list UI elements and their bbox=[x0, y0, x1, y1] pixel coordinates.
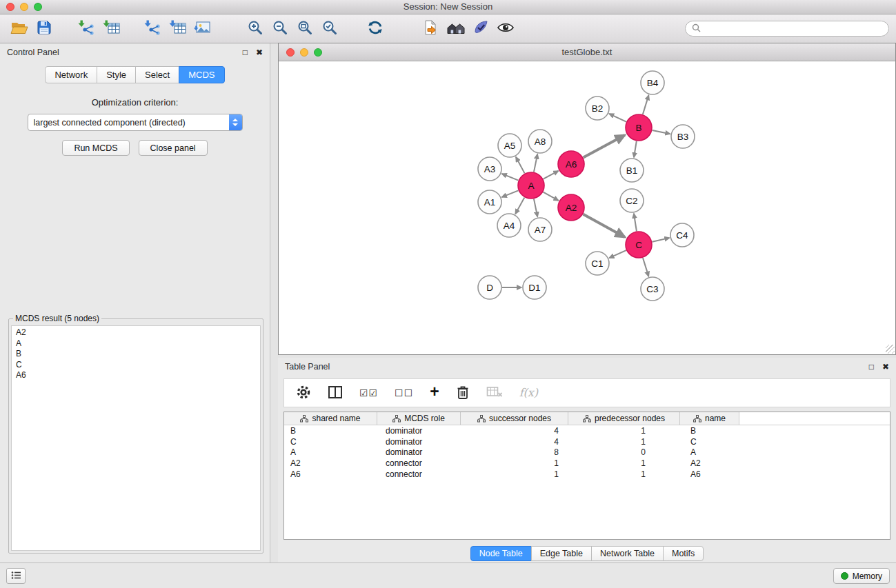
table-row[interactable]: A6connector11A6 bbox=[284, 469, 890, 480]
tab-network-table[interactable]: Network Table bbox=[591, 546, 664, 561]
network-minimize-button[interactable] bbox=[300, 48, 308, 57]
graph-edge-A-A5[interactable] bbox=[516, 157, 525, 174]
float-table-panel-icon[interactable]: □ bbox=[869, 363, 874, 371]
dropdown-stepper-icon[interactable] bbox=[229, 114, 242, 130]
show-hide-button[interactable] bbox=[493, 17, 518, 41]
tab-motifs[interactable]: Motifs bbox=[663, 546, 704, 561]
run-mcds-button[interactable]: Run MCDS bbox=[62, 140, 129, 156]
float-panel-icon[interactable]: □ bbox=[243, 48, 248, 57]
graph-edge-C-C4[interactable] bbox=[653, 238, 670, 242]
result-item[interactable]: B bbox=[12, 349, 260, 360]
zoom-fit-button[interactable] bbox=[292, 17, 317, 41]
result-item[interactable]: C bbox=[12, 360, 260, 371]
select-all-button[interactable]: ☑☑ bbox=[359, 388, 378, 398]
graph-edge-A-A6[interactable] bbox=[544, 171, 559, 179]
search-box[interactable] bbox=[685, 21, 889, 37]
column-header-mcds-role[interactable]: MCDS role bbox=[377, 412, 461, 425]
close-table-panel-icon[interactable]: ✖ bbox=[882, 363, 889, 371]
graph-edge-A6-B[interactable] bbox=[584, 135, 625, 158]
zoom-in-button[interactable] bbox=[243, 17, 268, 41]
mcds-result-list[interactable]: A2ABCA6 bbox=[11, 325, 261, 551]
search-icon bbox=[692, 23, 701, 34]
graph-edge-A-A3[interactable] bbox=[502, 174, 519, 181]
delete-table-button-disabled[interactable] bbox=[486, 385, 503, 401]
optimization-criterion-dropdown[interactable]: largest connected component (directed) bbox=[28, 114, 243, 131]
apply-style-button[interactable] bbox=[468, 17, 493, 41]
new-network-button[interactable] bbox=[141, 17, 166, 41]
graph-edge-C-C1[interactable] bbox=[609, 250, 626, 258]
deselect-all-button[interactable]: ☐☐ bbox=[395, 388, 413, 398]
import-table-button[interactable] bbox=[99, 17, 124, 41]
graph-edge-B-B3[interactable] bbox=[653, 130, 670, 134]
network-window-controls bbox=[286, 48, 322, 57]
save-session-button[interactable] bbox=[32, 17, 57, 41]
result-item[interactable]: A6 bbox=[12, 370, 260, 381]
column-header-successor-nodes[interactable]: successor nodes bbox=[461, 412, 568, 425]
column-header-predecessor-nodes[interactable]: predecessor nodes bbox=[568, 412, 680, 425]
memory-button[interactable]: Memory bbox=[833, 568, 890, 584]
tab-select[interactable]: Select bbox=[135, 66, 179, 83]
network-canvas[interactable]: AA1A2A3A4A5A6A7A8BB1B2B3B4CC1C2C3C4DD1 bbox=[279, 61, 895, 354]
network-graph[interactable]: AA1A2A3A4A5A6A7A8BB1B2B3B4CC1C2C3C4DD1 bbox=[279, 61, 895, 354]
new-table-button[interactable] bbox=[166, 17, 190, 41]
close-window-button[interactable] bbox=[6, 3, 14, 11]
attribute-type-icon bbox=[693, 415, 701, 423]
network-zoom-button[interactable] bbox=[314, 48, 322, 57]
graph-node-label-A: A bbox=[528, 181, 534, 191]
close-panel-icon[interactable]: ✖ bbox=[256, 48, 263, 57]
graph-edge-C-C2[interactable] bbox=[634, 214, 637, 231]
tab-node-table[interactable]: Node Table bbox=[470, 546, 532, 561]
column-header-name[interactable]: name bbox=[680, 412, 739, 425]
table-cell: 4 bbox=[461, 437, 568, 447]
minimize-window-button[interactable] bbox=[20, 3, 28, 11]
add-column-button[interactable]: + bbox=[430, 384, 439, 400]
export-image-button[interactable] bbox=[190, 17, 215, 41]
home-button[interactable] bbox=[444, 17, 468, 41]
function-builder-button-disabled[interactable]: f(x) bbox=[519, 387, 538, 398]
graph-edge-A-A2[interactable] bbox=[544, 192, 559, 201]
open-session-button[interactable] bbox=[7, 17, 32, 41]
delete-column-button[interactable] bbox=[456, 385, 470, 401]
zoom-out-button[interactable] bbox=[268, 17, 292, 41]
refresh-view-button[interactable] bbox=[363, 17, 388, 41]
tab-style[interactable]: Style bbox=[97, 66, 136, 83]
table-row[interactable]: Bdominator41B bbox=[284, 425, 890, 436]
graphics-details-button[interactable] bbox=[419, 17, 444, 41]
graph-edge-B-B4[interactable] bbox=[643, 95, 649, 114]
graph-edge-A-A7[interactable] bbox=[534, 199, 537, 217]
graph-node-label-A1: A1 bbox=[484, 197, 496, 207]
close-panel-button[interactable]: Close panel bbox=[139, 140, 208, 156]
table-cell: 1 bbox=[461, 469, 568, 479]
window-titlebar: Session: New Session bbox=[0, 0, 896, 14]
table-settings-button[interactable] bbox=[296, 385, 311, 401]
graph-edge-B-B1[interactable] bbox=[634, 141, 637, 157]
window-resize-grip[interactable] bbox=[886, 345, 895, 354]
import-table-icon bbox=[103, 19, 121, 38]
tab-network[interactable]: Network bbox=[45, 66, 97, 83]
export-image-icon bbox=[194, 19, 212, 38]
graph-edge-A2-C[interactable] bbox=[584, 214, 625, 237]
network-window-titlebar[interactable]: testGlobe.txt bbox=[279, 43, 895, 61]
graph-edge-A-A4[interactable] bbox=[515, 198, 524, 214]
column-header-shared-name[interactable]: shared name bbox=[284, 412, 377, 425]
search-input[interactable] bbox=[704, 24, 882, 34]
table-row[interactable]: Cdominator41C bbox=[284, 436, 890, 447]
network-close-button[interactable] bbox=[286, 48, 295, 57]
tab-edge-table[interactable]: Edge Table bbox=[531, 546, 592, 561]
zoom-selected-button[interactable] bbox=[317, 17, 342, 41]
graph-node-label-C1: C1 bbox=[591, 258, 603, 269]
tab-mcds[interactable]: MCDS bbox=[179, 66, 224, 83]
graph-edge-C-C3[interactable] bbox=[643, 258, 648, 276]
graph-edge-A-A8[interactable] bbox=[534, 154, 537, 172]
import-network-button[interactable] bbox=[74, 17, 99, 41]
zoom-window-button[interactable] bbox=[34, 3, 42, 11]
graph-edge-B-B2[interactable] bbox=[609, 114, 626, 122]
result-item[interactable]: A2 bbox=[12, 327, 260, 338]
table-row[interactable]: A2connector11A2 bbox=[284, 458, 890, 469]
result-item[interactable]: A bbox=[12, 338, 260, 349]
table-row[interactable]: Adominator80A bbox=[284, 447, 890, 458]
control-panel-tabs: Network Style Select MCDS bbox=[0, 66, 270, 83]
task-history-button[interactable] bbox=[6, 568, 26, 584]
graph-edge-A-A1[interactable] bbox=[502, 190, 519, 197]
show-columns-button[interactable] bbox=[328, 385, 343, 401]
